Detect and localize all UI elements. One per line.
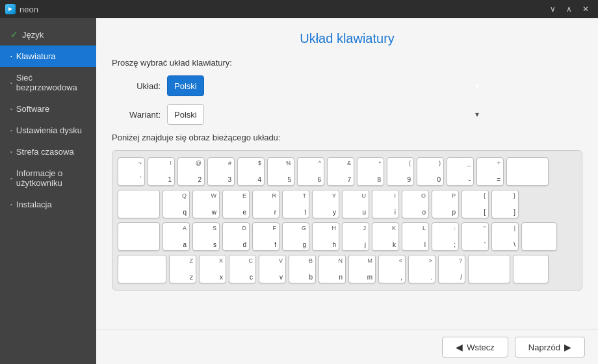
key-e: Ee bbox=[222, 190, 250, 218]
key-0: )0 bbox=[417, 157, 444, 186]
uklad-select[interactable]: Polski bbox=[167, 75, 204, 96]
key-h: Hh bbox=[312, 222, 339, 251]
back-label: Wstecz bbox=[467, 343, 495, 352]
sidebar-item-jezyk[interactable]: ✓ Język bbox=[0, 23, 96, 46]
key-row-2: Qq Ww Ee Rr Tt Yy Uu Ii Oo Pp {[ }] bbox=[118, 190, 577, 218]
key-period: >. bbox=[408, 255, 436, 283]
uklad-select-wrapper: Polski ▾ bbox=[167, 75, 486, 96]
key-1: !1 bbox=[148, 157, 175, 186]
key-semicolon: :; bbox=[432, 222, 459, 251]
key-x: Xx bbox=[199, 255, 226, 283]
key-t: Tt bbox=[282, 190, 309, 218]
titlebar-left: neon bbox=[5, 4, 38, 14]
check-icon: ✓ bbox=[10, 29, 18, 40]
sidebar-item-strefa[interactable]: • Strefa czasowa bbox=[0, 141, 96, 162]
minimize-button[interactable]: ∨ bbox=[546, 3, 560, 15]
dot-icon: • bbox=[10, 80, 12, 86]
key-d: Dd bbox=[222, 222, 250, 251]
chevron-down-icon: ▾ bbox=[475, 110, 479, 119]
content-inner: Układ klawiatury Proszę wybrać układ kla… bbox=[96, 18, 598, 330]
key-comma: <, bbox=[378, 255, 406, 283]
key-q: Qq bbox=[162, 190, 190, 218]
key-minus: _- bbox=[447, 157, 474, 186]
sidebar-item-label: Strefa czasowa bbox=[16, 147, 74, 157]
uklad-row: Układ: Polski ▾ bbox=[112, 75, 582, 96]
wariant-row: Wariant: Polski ▾ bbox=[112, 104, 582, 125]
key-8: *8 bbox=[357, 157, 384, 186]
key-lbracket: {[ bbox=[462, 190, 489, 218]
next-label: Naprzód bbox=[528, 343, 560, 352]
key-capslock bbox=[118, 222, 160, 251]
sidebar-item-label: Język bbox=[22, 30, 44, 40]
titlebar-title: neon bbox=[20, 5, 38, 14]
app-icon bbox=[5, 4, 16, 14]
back-button[interactable]: ◀ Wstecz bbox=[442, 337, 508, 358]
key-tilde: ~` bbox=[118, 157, 145, 186]
page-title: Układ klawiatury bbox=[112, 31, 582, 46]
intro-label: Proszę wybrać układ klawiatury: bbox=[112, 58, 582, 68]
key-v: Vv bbox=[259, 255, 286, 283]
sidebar-item-label: Informacje o użytkowniku bbox=[16, 168, 88, 188]
key-rshift2 bbox=[513, 255, 549, 283]
key-rshift bbox=[468, 255, 510, 283]
sidebar-item-siec[interactable]: • Sieć bezprzewodowa bbox=[0, 67, 96, 98]
key-row-3: Aa Ss Dd Ff Gg Hh Jj Kk Ll :; "' |\ bbox=[118, 222, 577, 251]
titlebar-controls: ∨ ∧ ✕ bbox=[546, 3, 593, 15]
key-b: Bb bbox=[289, 255, 316, 283]
sidebar-item-label: Instalacja bbox=[16, 200, 52, 209]
sidebar-item-label: Klawiatura bbox=[16, 51, 56, 61]
key-u: Uu bbox=[342, 190, 369, 218]
sidebar: ✓ Język • Klawiatura • Sieć bezprzewodow… bbox=[0, 18, 96, 364]
key-quote: "' bbox=[462, 222, 489, 251]
maximize-button[interactable]: ∧ bbox=[562, 3, 576, 15]
key-i: Ii bbox=[372, 190, 399, 218]
key-2: @2 bbox=[177, 157, 205, 186]
key-p: Pp bbox=[432, 190, 459, 218]
key-k: Kk bbox=[372, 222, 399, 251]
key-9: (9 bbox=[387, 157, 414, 186]
key-l: Ll bbox=[402, 222, 429, 251]
main-layout: ✓ Język • Klawiatura • Sieć bezprzewodow… bbox=[0, 18, 598, 364]
key-j: Jj bbox=[342, 222, 369, 251]
key-z: Zz bbox=[169, 255, 196, 283]
key-enter bbox=[521, 222, 557, 251]
wariant-select[interactable]: Polski bbox=[167, 104, 204, 125]
key-7: &7 bbox=[327, 157, 354, 186]
key-a: Aa bbox=[162, 222, 190, 251]
key-r: Rr bbox=[252, 190, 280, 218]
key-backspace bbox=[506, 157, 549, 186]
sidebar-item-label: Ustawienia dysku bbox=[16, 125, 82, 135]
content-area: Układ klawiatury Proszę wybrać układ kla… bbox=[96, 18, 598, 364]
next-button[interactable]: Naprzód ▶ bbox=[515, 337, 585, 358]
wariant-label: Wariant: bbox=[112, 110, 161, 120]
chevron-down-icon: ▾ bbox=[475, 81, 479, 90]
sidebar-item-klawiatura[interactable]: • Klawiatura bbox=[0, 46, 96, 67]
key-equals: += bbox=[476, 157, 504, 186]
key-f: Ff bbox=[252, 222, 280, 251]
dot-icon: • bbox=[10, 127, 12, 133]
footer: ◀ Wstecz Naprzód ▶ bbox=[96, 330, 598, 364]
key-n: Nn bbox=[318, 255, 346, 283]
sidebar-item-informacje[interactable]: • Informacje o użytkowniku bbox=[0, 162, 96, 194]
wariant-select-wrapper: Polski ▾ bbox=[167, 104, 486, 125]
key-slash: ?/ bbox=[438, 255, 465, 283]
arrow-right-icon: ▶ bbox=[564, 342, 571, 352]
dot-icon: • bbox=[10, 106, 12, 112]
key-lshift bbox=[118, 255, 166, 283]
sidebar-item-software[interactable]: • Software bbox=[0, 98, 96, 120]
uklad-label: Układ: bbox=[112, 81, 161, 91]
key-row-4: Zz Xx Cc Vv Bb Nn Mm <, >. ?/ bbox=[118, 255, 577, 283]
sidebar-item-instalacja[interactable]: • Instalacja bbox=[0, 194, 96, 215]
arrow-left-icon: ◀ bbox=[456, 342, 463, 352]
sidebar-item-ustawienia[interactable]: • Ustawienia dysku bbox=[0, 120, 96, 141]
key-g: Gg bbox=[282, 222, 309, 251]
dot-icon: • bbox=[10, 202, 12, 207]
close-button[interactable]: ✕ bbox=[578, 3, 593, 15]
key-rbracket: }] bbox=[491, 190, 519, 218]
key-w: Ww bbox=[192, 190, 220, 218]
key-5: %5 bbox=[267, 157, 294, 186]
key-c: Cc bbox=[229, 255, 256, 283]
key-tab bbox=[118, 190, 160, 218]
key-s: Ss bbox=[192, 222, 220, 251]
key-6: ^6 bbox=[297, 157, 324, 186]
